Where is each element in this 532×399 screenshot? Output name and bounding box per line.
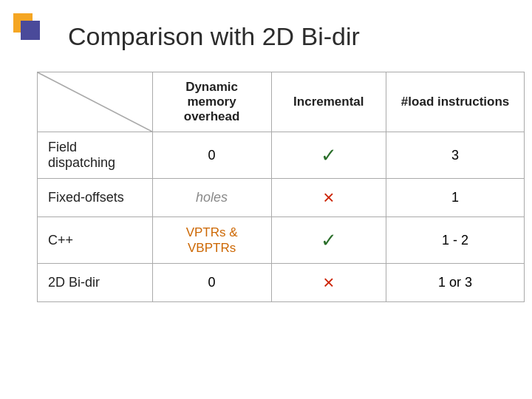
decoration <box>13 13 46 46</box>
cell-fixed-offsets-load: 1 <box>386 179 525 217</box>
cell-fixed-offsets-incremental: × <box>271 179 386 217</box>
cell-fixed-offsets-dynamic: holes <box>152 179 271 217</box>
row-label-fixed-offsets: Fixed-offsets <box>38 179 153 217</box>
table-row: Field dispatching 0 ✓ 3 <box>38 132 525 179</box>
row-label-2d-bidir: 2D Bi-dir <box>38 264 153 302</box>
cell-field-dispatching-dynamic: 0 <box>152 132 271 179</box>
check-icon: ✓ <box>321 144 337 166</box>
page: Comparison with 2D Bi-dir Dynamic memory… <box>0 0 532 399</box>
cell-cpp-incremental: ✓ <box>271 217 386 264</box>
cell-cpp-dynamic: VPTRs & VBPTRs <box>152 217 271 264</box>
cell-2d-bidir-load: 1 or 3 <box>386 264 525 302</box>
table-row: C++ VPTRs & VBPTRs ✓ 1 - 2 <box>38 217 525 264</box>
cross-icon: × <box>323 186 334 208</box>
check-icon: ✓ <box>321 229 337 251</box>
svg-line-0 <box>38 72 152 132</box>
comparison-table: Dynamic memory overhead Incremental #loa… <box>37 72 525 302</box>
cell-2d-bidir-incremental: × <box>271 264 386 302</box>
col-header-load-instructions: #load instructions <box>386 72 525 132</box>
cross-icon: × <box>323 271 334 293</box>
cell-field-dispatching-load: 3 <box>386 132 525 179</box>
cell-2d-bidir-dynamic: 0 <box>152 264 271 302</box>
deco-blue-square <box>21 21 40 40</box>
col-header-incremental: Incremental <box>271 72 386 132</box>
col-header-dynamic-memory: Dynamic memory overhead <box>152 72 271 132</box>
cell-cpp-load: 1 - 2 <box>386 217 525 264</box>
table-row: 2D Bi-dir 0 × 1 or 3 <box>38 264 525 302</box>
row-label-cpp: C++ <box>38 217 153 264</box>
page-title: Comparison with 2D Bi-dir <box>68 22 510 51</box>
table-row: Fixed-offsets holes × 1 <box>38 179 525 217</box>
row-label-field-dispatching: Field dispatching <box>38 132 153 179</box>
table-corner-header <box>38 72 153 132</box>
cell-field-dispatching-incremental: ✓ <box>271 132 386 179</box>
